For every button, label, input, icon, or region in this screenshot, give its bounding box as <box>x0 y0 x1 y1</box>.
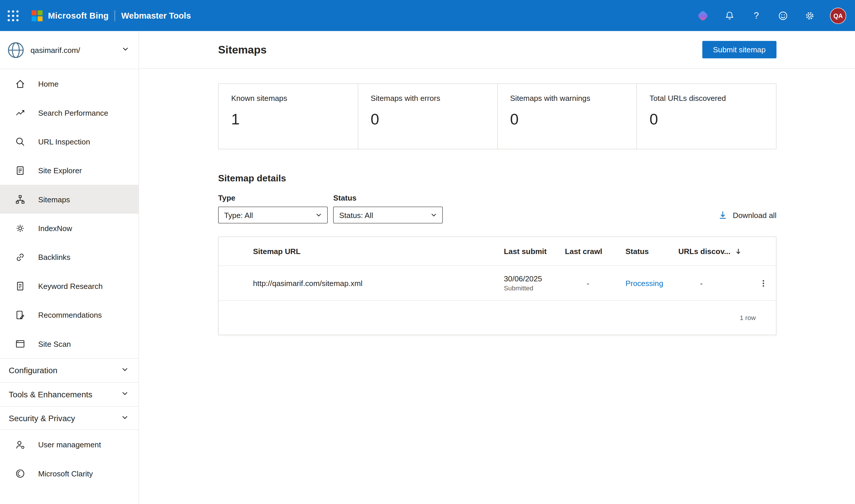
magnifier-icon <box>15 136 26 147</box>
sidebar-item-label: Backlinks <box>38 253 70 261</box>
stat-value: 0 <box>650 111 763 128</box>
doc-pencil-icon <box>15 309 26 320</box>
gear-icon <box>804 10 816 21</box>
app-launcher-button[interactable] <box>0 0 26 31</box>
bing-logo[interactable]: Microsoft Bing Webmaster Tools <box>26 10 191 21</box>
sidebar-item-keyword-research[interactable]: Keyword Research <box>0 271 138 300</box>
column-header-last-submit[interactable]: Last submit <box>495 247 556 255</box>
copilot-button[interactable] <box>696 9 709 22</box>
last-submit-date: 30/06/2025 <box>504 274 556 283</box>
trend-icon <box>15 107 26 118</box>
status-filter-label: Status <box>333 194 443 202</box>
clarity-icon <box>15 468 26 479</box>
sidebar-item-indexnow[interactable]: IndexNow <box>0 214 138 242</box>
sidebar-item-home[interactable]: Home <box>0 69 138 98</box>
stat-sitemaps-with-errors: Sitemaps with errors 0 <box>358 84 498 149</box>
row-count: 1 row <box>740 314 756 322</box>
type-filter-label: Type <box>218 194 328 202</box>
page-title: Sitemaps <box>218 43 267 56</box>
sidebar-sections: Configuration Tools & Enhancements Secur… <box>0 358 138 430</box>
sidebar-item-label: Sitemaps <box>38 195 70 203</box>
row-menu-button[interactable] <box>757 277 770 290</box>
type-filter-group: Type Type: All <box>218 194 328 223</box>
microsoft-logo-icon <box>32 10 43 21</box>
stat-value: 0 <box>371 111 485 128</box>
stat-label: Sitemaps with errors <box>371 94 485 103</box>
account-avatar[interactable]: QA <box>830 7 846 23</box>
chevron-down-icon <box>122 45 129 55</box>
bell-icon <box>724 10 735 21</box>
sidebar-item-label: URL Inspection <box>38 137 90 146</box>
cell-last-crawl: - <box>556 279 616 287</box>
sidebar-section-tools-enhancements[interactable]: Tools & Enhancements <box>0 382 138 406</box>
sidebar-item-label: Recommendations <box>38 310 102 319</box>
status-filter-value: Status: All <box>339 211 373 219</box>
sitemaps-table: Sitemap URL Last submit Last crawl Statu… <box>218 237 777 335</box>
sidebar-item-label: Microsoft Clarity <box>38 469 93 478</box>
filters-row: Type Type: All Status Status: All <box>218 194 777 223</box>
sidebar-section-security-privacy[interactable]: Security & Privacy <box>0 406 138 430</box>
sidebar-item-label: Site Scan <box>38 339 71 348</box>
download-all-button[interactable]: Download all <box>717 206 777 223</box>
sort-descending-icon[interactable] <box>735 247 742 255</box>
cell-actions <box>751 277 776 290</box>
sidebar-footer: User management Microsoft Clarity <box>0 430 138 488</box>
sidebar-item-label: User management <box>38 440 101 449</box>
table-row[interactable]: http://qasimarif.com/sitemap.xml 30/06/2… <box>219 266 776 301</box>
sidebar-item-microsoft-clarity[interactable]: Microsoft Clarity <box>0 459 138 488</box>
status-filter-group: Status Status: All <box>333 194 443 223</box>
document-list-icon <box>15 165 26 176</box>
stat-value: 1 <box>231 111 345 128</box>
help-button[interactable]: ? <box>750 9 763 22</box>
sidebar-item-site-scan[interactable]: Site Scan <box>0 329 138 358</box>
brand-divider <box>115 10 115 21</box>
sidebar-item-url-inspection[interactable]: URL Inspection <box>0 127 138 156</box>
top-bar-actions: ? QA <box>696 7 846 23</box>
sidebar-item-search-performance[interactable]: Search Performance <box>0 98 138 127</box>
browser-icon <box>15 338 26 349</box>
sidebar-item-backlinks[interactable]: Backlinks <box>0 242 138 271</box>
column-header-sitemap-url[interactable]: Sitemap URL <box>219 247 495 255</box>
site-selector[interactable]: qasimarif.com/ <box>0 31 138 69</box>
notifications-button[interactable] <box>723 9 736 22</box>
sitemap-icon <box>15 194 26 205</box>
urls-discovered-label: URLs discov... <box>679 247 731 255</box>
settings-button[interactable] <box>803 9 816 22</box>
urls-discovered-value: - <box>679 279 703 287</box>
sidebar-item-sitemaps[interactable]: Sitemaps <box>0 185 138 214</box>
sidebar-item-label: Home <box>38 79 58 88</box>
status-filter-select[interactable]: Status: All <box>333 206 443 223</box>
sidebar-item-label: Site Explorer <box>38 166 82 175</box>
stat-value: 0 <box>510 111 624 128</box>
stat-label: Total URLs discovered <box>650 94 763 103</box>
chevron-down-icon <box>430 212 437 219</box>
column-header-status[interactable]: Status <box>616 247 669 255</box>
sidebar-section-configuration[interactable]: Configuration <box>0 358 138 382</box>
help-icon: ? <box>754 10 759 21</box>
stat-label: Known sitemaps <box>231 94 345 103</box>
link-icon <box>15 251 26 263</box>
keyword-doc-icon <box>15 281 26 291</box>
status-processing-link[interactable]: Processing <box>626 279 663 287</box>
cell-status: Processing <box>616 279 669 287</box>
feedback-button[interactable] <box>777 9 789 22</box>
product-name: Webmaster Tools <box>121 11 191 21</box>
sidebar-item-user-management[interactable]: User management <box>0 430 138 458</box>
sidebar-item-site-explorer[interactable]: Site Explorer <box>0 156 138 184</box>
globe-icon <box>7 41 24 58</box>
cell-sitemap-url: http://qasimarif.com/sitemap.xml <box>219 279 495 287</box>
section-label: Configuration <box>9 366 57 375</box>
chevron-down-icon <box>121 366 128 375</box>
brand-name: Microsoft Bing <box>48 11 109 21</box>
column-header-urls-discovered[interactable]: URLs discov... <box>669 247 751 255</box>
type-filter-select[interactable]: Type: All <box>218 206 328 223</box>
cell-urls-discovered: - <box>669 279 751 287</box>
sitemap-details-heading: Sitemap details <box>218 173 777 184</box>
last-crawl-value: - <box>565 279 590 287</box>
submit-sitemap-button[interactable]: Submit sitemap <box>702 41 777 58</box>
column-header-last-crawl[interactable]: Last crawl <box>556 247 616 255</box>
stat-sitemaps-with-warnings: Sitemaps with warnings 0 <box>498 84 637 149</box>
sidebar-item-recommendations[interactable]: Recommendations <box>0 300 138 329</box>
page-body: Known sitemaps 1 Sitemaps with errors 0 … <box>139 69 855 357</box>
app-window: Microsoft Bing Webmaster Tools <box>0 0 855 504</box>
